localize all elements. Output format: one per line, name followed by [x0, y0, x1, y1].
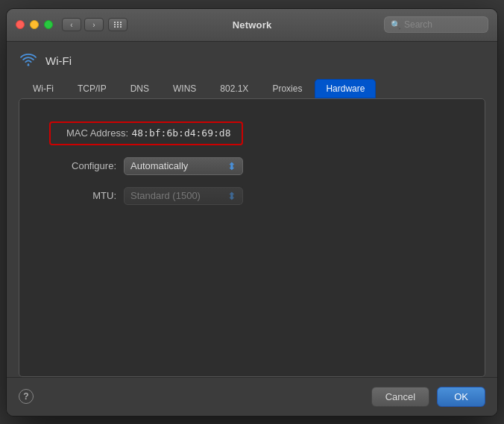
wifi-label: Wi-Fi [45, 54, 72, 67]
tab-tcpip[interactable]: TCP/IP [66, 79, 118, 98]
cancel-button[interactable]: Cancel [371, 387, 429, 407]
network-window: ‹ › Network 🔍 [6, 8, 498, 417]
traffic-lights [16, 20, 53, 29]
minimize-button[interactable] [30, 20, 39, 29]
mac-address-row: MAC Address: 48:bf:6b:d4:69:d8 [49, 121, 455, 145]
mtu-label: MTU: [49, 190, 116, 201]
grid-icon [114, 22, 122, 28]
dropdown-arrow-icon: ⬍ [227, 160, 236, 172]
search-input[interactable] [404, 19, 482, 30]
mtu-arrow-icon: ⬍ [227, 190, 236, 202]
forward-icon: › [92, 21, 95, 29]
search-icon: 🔍 [391, 20, 401, 30]
mac-value: 48:bf:6b:d4:69:d8 [131, 127, 230, 139]
configure-label: Configure: [49, 160, 116, 171]
configure-dropdown[interactable]: Automatically ⬍ [124, 157, 243, 175]
search-box[interactable]: 🔍 [384, 16, 488, 33]
help-button[interactable]: ? [19, 389, 34, 404]
svg-point-0 [28, 63, 30, 66]
configure-row: Configure: Automatically ⬍ [49, 157, 455, 175]
window-title: Network [233, 19, 272, 31]
close-button[interactable] [16, 20, 25, 29]
tabs-bar: Wi-Fi TCP/IP DNS WINS 802.1X Proxies Har… [19, 79, 485, 98]
titlebar: ‹ › Network 🔍 [7, 9, 497, 42]
back-button[interactable]: ‹ [62, 18, 81, 31]
wifi-header: Wi-Fi [19, 52, 485, 70]
mtu-dropdown: Standard (1500) ⬍ [124, 187, 243, 205]
configure-value: Automatically [130, 160, 223, 171]
ok-button[interactable]: OK [437, 387, 485, 407]
mtu-value: Standard (1500) [130, 190, 223, 201]
hardware-panel: MAC Address: 48:bf:6b:d4:69:d8 Configure… [19, 98, 485, 377]
back-icon: ‹ [70, 21, 72, 29]
footer: ? Cancel OK [7, 377, 497, 416]
maximize-button[interactable] [44, 20, 53, 29]
mtu-row: MTU: Standard (1500) ⬍ [49, 187, 455, 205]
forward-button[interactable]: › [84, 18, 104, 31]
grid-button[interactable] [108, 18, 127, 31]
tab-hardware[interactable]: Hardware [315, 79, 376, 98]
tab-8021x[interactable]: 802.1X [209, 79, 259, 98]
help-icon: ? [23, 391, 28, 402]
nav-buttons: ‹ › [62, 18, 104, 31]
tab-proxies[interactable]: Proxies [261, 79, 313, 98]
content-area: Wi-Fi Wi-Fi TCP/IP DNS WINS 802.1X Proxi… [7, 42, 497, 377]
footer-actions: Cancel OK [371, 387, 485, 407]
tab-dns[interactable]: DNS [119, 79, 160, 98]
tab-wins[interactable]: WINS [162, 79, 207, 98]
mac-label: MAC Address: [61, 127, 128, 139]
tab-wifi[interactable]: Wi-Fi [22, 79, 65, 98]
mac-highlight-box: MAC Address: 48:bf:6b:d4:69:d8 [49, 121, 243, 145]
wifi-icon [19, 52, 38, 70]
